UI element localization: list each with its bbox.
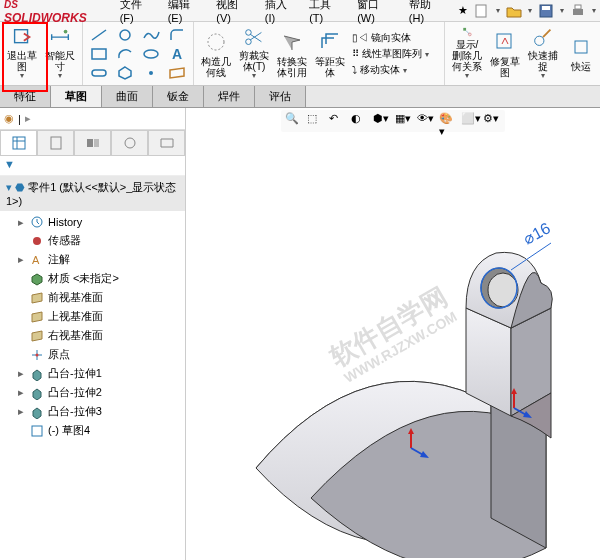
convert-button[interactable]: 转换实体引用 xyxy=(274,24,310,83)
tree-item[interactable]: ▸凸台-拉伸3 xyxy=(2,402,183,421)
mirror-button[interactable]: ▯◁ 镜向实体 xyxy=(352,31,438,45)
tree-item[interactable]: 前视基准面 xyxy=(2,288,183,307)
model-3d: ⌀16 xyxy=(216,188,586,558)
trim-button[interactable]: 剪裁实体(T)▾ xyxy=(236,24,272,83)
tab-sketch[interactable]: 草图 xyxy=(51,86,102,107)
svg-rect-15 xyxy=(463,28,466,31)
scissors-icon xyxy=(242,26,266,48)
construction-geom-button[interactable]: 构造几何线 xyxy=(198,24,234,83)
svg-rect-22 xyxy=(87,139,93,147)
side-tab-dim[interactable] xyxy=(111,130,148,155)
zoom-fit-icon[interactable]: 🔍 xyxy=(285,112,303,130)
smart-dimension-button[interactable]: 智能尺寸▾ xyxy=(42,24,78,83)
heads-up-toolbar: 🔍 ⬚ ↶ ◐ ⬢▾ ▦▾ 👁▾ 🎨▾ ⬜▾ ⚙▾ xyxy=(281,110,505,132)
graphics-viewport[interactable]: 🔍 ⬚ ↶ ◐ ⬢▾ ▦▾ 👁▾ 🎨▾ ⬜▾ ⚙▾ 软件自学网 WWW.RJZX… xyxy=(186,108,600,560)
filter-icon[interactable]: ▼ xyxy=(4,158,15,170)
svg-rect-4 xyxy=(575,5,581,9)
tab-feature[interactable]: 特征 xyxy=(0,86,51,107)
print-icon[interactable] xyxy=(570,3,586,19)
display-style-icon[interactable]: ▦▾ xyxy=(395,112,413,130)
side-tab-display[interactable] xyxy=(148,130,185,155)
side-tab-config[interactable] xyxy=(74,130,111,155)
svg-point-6 xyxy=(64,30,68,34)
text-tool[interactable]: A xyxy=(167,45,187,62)
edit-appearance-icon[interactable]: 🎨▾ xyxy=(439,112,457,130)
svg-rect-23 xyxy=(94,139,99,147)
ellipse-tool[interactable] xyxy=(141,45,161,62)
tree-item[interactable]: 原点 xyxy=(2,345,183,364)
menu-help[interactable]: 帮助(H) xyxy=(403,0,452,24)
move-button[interactable]: ⤵ 移动实体 ▾ xyxy=(352,63,438,77)
convert-icon xyxy=(280,30,304,54)
svg-point-18 xyxy=(535,36,544,45)
app-logo: DS SOLIDWORKS xyxy=(4,0,104,25)
circle-tool[interactable] xyxy=(115,26,135,43)
rapid-button[interactable]: 快运 xyxy=(563,24,599,83)
menu-tools[interactable]: 工具(T) xyxy=(303,0,351,24)
feature-tree: ▸History传感器▸A注解材质 <未指定>前视基准面上视基准面右视基准面原点… xyxy=(0,211,185,560)
relations-button[interactable]: 显示/删除几何关系▾ xyxy=(449,24,485,83)
svg-rect-8 xyxy=(92,70,106,76)
menu-star[interactable]: ★ xyxy=(452,4,474,17)
view-settings-icon[interactable]: ⚙▾ xyxy=(483,112,501,130)
quick-snap-button[interactable]: 快速捕捉▾ xyxy=(525,24,561,83)
hide-show-icon[interactable]: 👁▾ xyxy=(417,112,435,130)
new-icon[interactable] xyxy=(474,3,490,19)
prev-view-icon[interactable]: ↶ xyxy=(329,112,347,130)
dimension-label: ⌀16 xyxy=(521,219,554,247)
side-tab-tree[interactable] xyxy=(0,130,37,155)
tree-item[interactable]: ▸凸台-拉伸2 xyxy=(2,383,183,402)
view-orient-icon[interactable]: ⬢▾ xyxy=(373,112,391,130)
svg-rect-3 xyxy=(573,9,583,15)
construction-icon xyxy=(204,30,228,54)
menu-edit[interactable]: 编辑(E) xyxy=(162,0,211,24)
repair-button[interactable]: 修复草图 xyxy=(487,24,523,83)
tree-item[interactable]: 右视基准面 xyxy=(2,326,183,345)
tree-item[interactable]: 材质 <未指定> xyxy=(2,269,183,288)
rect-tool[interactable] xyxy=(89,45,109,62)
tree-item[interactable]: ▸凸台-拉伸1 xyxy=(2,364,183,383)
fillet-tool[interactable] xyxy=(167,26,187,43)
menu-insert[interactable]: 插入(I) xyxy=(259,0,303,24)
open-icon[interactable] xyxy=(506,3,522,19)
tab-sheetmetal[interactable]: 钣金 xyxy=(153,86,204,107)
save-icon[interactable] xyxy=(538,3,554,19)
menu-window[interactable]: 窗口(W) xyxy=(351,0,403,24)
menu-file[interactable]: 文件(F) xyxy=(114,0,162,24)
tree-item[interactable]: ▸A注解 xyxy=(2,250,183,269)
linear-pattern-button[interactable]: ⠿ 线性草图阵列 ▾ xyxy=(352,47,438,61)
tab-weldment[interactable]: 焊件 xyxy=(204,86,255,107)
tree-item[interactable]: ▸History xyxy=(2,213,183,231)
arc-tool[interactable] xyxy=(115,45,135,62)
svg-point-24 xyxy=(125,138,135,148)
tree-item[interactable]: (-) 草图4 xyxy=(2,421,183,440)
tab-evaluate[interactable]: 评估 xyxy=(255,86,306,107)
svg-point-11 xyxy=(149,71,153,75)
zoom-area-icon[interactable]: ⬚ xyxy=(307,112,325,130)
exit-sketch-icon xyxy=(10,26,34,48)
exit-sketch-button[interactable]: 退出草图▾ xyxy=(4,24,40,83)
snap-icon xyxy=(531,26,555,48)
apply-scene-icon[interactable]: ⬜▾ xyxy=(461,112,479,130)
tree-item[interactable]: 上视基准面 xyxy=(2,307,183,326)
command-tabs: 特征 草图 曲面 钣金 焊件 评估 xyxy=(0,86,600,108)
polygon-tool[interactable] xyxy=(115,64,135,81)
panel-icon[interactable]: ◉ xyxy=(4,112,14,125)
side-tab-property[interactable] xyxy=(37,130,74,155)
ribbon: 退出草图▾ 智能尺寸▾ A 构造几何线 xyxy=(0,22,600,86)
tab-surface[interactable]: 曲面 xyxy=(102,86,153,107)
point-tool[interactable] xyxy=(141,64,161,81)
svg-point-10 xyxy=(144,50,158,58)
line-tool[interactable] xyxy=(89,26,109,43)
offset-button[interactable]: 等距实体 xyxy=(312,24,348,83)
plane-tool[interactable] xyxy=(167,64,187,81)
section-view-icon[interactable]: ◐ xyxy=(351,112,369,130)
dimension-icon xyxy=(48,26,72,48)
spline-tool[interactable] xyxy=(141,26,161,43)
slot-tool[interactable] xyxy=(89,64,109,81)
tree-item[interactable]: 传感器 xyxy=(2,231,183,250)
menu-view[interactable]: 视图(V) xyxy=(210,0,259,24)
svg-rect-21 xyxy=(51,137,61,149)
part-title[interactable]: ▾ ⬣ 零件1 (默认<<默认>_显示状态 1>) xyxy=(0,176,185,211)
feature-tree-panel: ◉ | ▸ ▼ ▾ ⬣ 零件1 (默认<<默认>_显示状态 1>) ▸Histo… xyxy=(0,108,186,560)
